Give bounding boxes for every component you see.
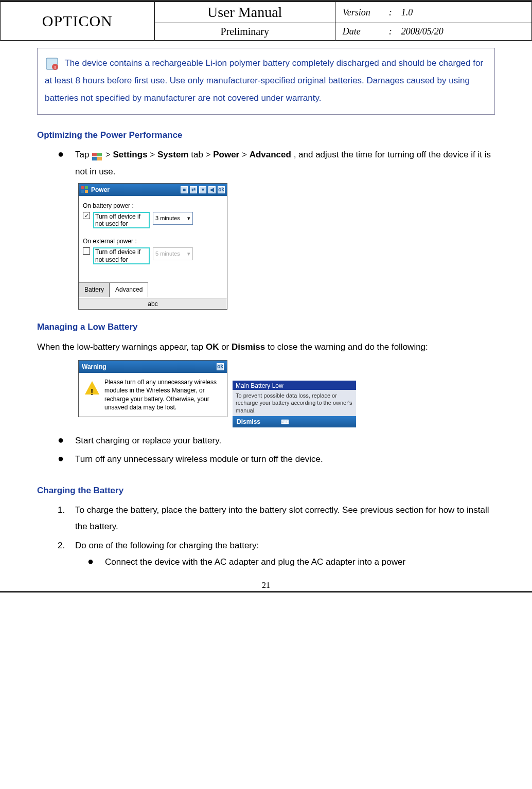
bullet-icon: ● <box>58 433 75 449</box>
svg-rect-5 <box>92 157 97 160</box>
keyboard-bar[interactable]: abc <box>79 298 227 309</box>
volume-icon[interactable]: ◀ <box>208 186 216 193</box>
version-cell: Version : 1.0 <box>335 2 531 23</box>
tab-battery[interactable]: Battery <box>79 282 110 297</box>
svg-rect-7 <box>81 186 84 189</box>
version-value: 1.0 <box>401 7 413 18</box>
chevron-down-icon: ▾ <box>187 213 190 224</box>
external-turnoff-label: Turn off device if not used for <box>93 247 150 264</box>
list-number: 1. <box>58 502 75 535</box>
external-timeout-select[interactable]: 5 minutes▾ <box>153 247 193 260</box>
section-charging: Charging the Battery <box>37 482 495 499</box>
dismiss-button[interactable]: Dismiss <box>237 416 260 428</box>
subtitle-cell: Preliminary <box>154 23 335 41</box>
path-settings: Settings <box>113 150 148 159</box>
tab-bar: Battery Advanced <box>79 282 227 297</box>
text-frag: > <box>242 150 250 159</box>
text-frag: > <box>150 150 157 159</box>
section-low-battery: Managing a Low Battery <box>37 319 495 335</box>
svg-rect-6 <box>97 157 102 160</box>
text-frag: tab > <box>191 150 213 159</box>
svg-rect-8 <box>85 186 88 189</box>
battery-turnoff-label: Turn off device if not used for <box>93 212 150 229</box>
dismiss-word: Dismiss <box>232 342 265 352</box>
path-system: System <box>157 150 188 159</box>
path-advanced: Advanced <box>250 150 291 159</box>
battery-timeout-select[interactable]: 3 minutes▾ <box>153 212 193 225</box>
path-power: Power <box>213 150 239 159</box>
warning-title: Warning <box>82 361 107 373</box>
low-bullet-1: Start charging or replace your battery. <box>75 433 495 449</box>
ok-word: OK <box>206 342 219 352</box>
bullet-icon: ● <box>58 451 75 468</box>
warning-body-text: Please turn off any unnecessary wireless… <box>104 378 221 411</box>
text-frag: Do one of the following for charging the… <box>75 541 259 550</box>
low-bullet-2: Turn off any unnecessary wireless module… <box>75 451 495 468</box>
bullet-icon: ● <box>58 147 75 180</box>
select-value: 3 minutes <box>155 213 180 224</box>
date-value: 2008/05/20 <box>401 26 444 37</box>
text-frag: or <box>221 342 232 352</box>
svg-rect-10 <box>85 190 88 193</box>
version-label: Version <box>343 7 384 18</box>
battery-low-toast: Main Battery Low To prevent possible dat… <box>233 381 356 427</box>
charge-sub-1: Connect the device with the AC adapter a… <box>105 554 405 570</box>
svg-rect-9 <box>81 190 84 193</box>
text-frag: Tap <box>75 150 92 159</box>
page-number: 21 <box>0 581 532 590</box>
svg-rect-3 <box>92 153 97 156</box>
warning-triangle-icon <box>85 381 99 394</box>
window-titlebar: Power ■ ⇄ ▾ ◀ ok <box>79 184 227 196</box>
info-warning-icon: ! <box>45 57 59 71</box>
ok-button[interactable]: ok <box>217 363 224 370</box>
opt-text: Tap > Settings > System tab > Power > Ad… <box>75 147 495 180</box>
tab-advanced[interactable]: Advanced <box>110 282 148 297</box>
power-settings-screenshot: Power ■ ⇄ ▾ ◀ ok On battery power : ✓ Tu… <box>78 183 227 310</box>
brand-cell: OPTICON <box>1 2 155 41</box>
toast-title: Main Battery Low <box>233 381 356 390</box>
low-intro: When the low-battery warnings appear, ta… <box>37 338 495 356</box>
bullet-icon: ● <box>87 554 105 570</box>
text-frag: When the low-battery warnings appear, ta… <box>37 342 206 352</box>
warning-dialog-screenshot: Warning ok Please turn off any unnecessa… <box>78 360 227 417</box>
window-title: Power <box>91 184 110 196</box>
external-power-label: On external power : <box>83 236 223 247</box>
title-cell: User Manual <box>154 2 335 23</box>
text-frag: > <box>105 150 113 159</box>
windows-start-icon[interactable] <box>81 186 89 194</box>
note-text: The device contains a rechargeable Li-io… <box>45 58 483 103</box>
svg-text:!: ! <box>55 65 56 70</box>
ok-button[interactable]: ok <box>218 186 225 193</box>
charge-step-1: To charge the battery, place the battery… <box>75 502 495 535</box>
status-icon[interactable]: ■ <box>181 186 188 193</box>
svg-rect-4 <box>97 153 102 156</box>
signal-icon[interactable]: ▾ <box>199 186 206 193</box>
keyboard-icon[interactable]: ⌨ <box>281 417 289 427</box>
doc-subtitle: Preliminary <box>160 26 330 38</box>
list-number: 2. <box>58 537 75 571</box>
section-optimizing: Optimizing the Power Performance <box>37 127 495 144</box>
date-label: Date <box>343 26 384 37</box>
windows-start-icon <box>92 151 103 160</box>
date-cell: Date : 2008/05/20 <box>335 23 531 41</box>
text-frag: to close the warning and do the followin… <box>268 342 428 352</box>
charge-step-2: Do one of the following for charging the… <box>75 537 495 571</box>
sync-icon[interactable]: ⇄ <box>190 186 197 193</box>
battery-turnoff-checkbox[interactable]: ✓ <box>83 212 90 219</box>
chevron-down-icon: ▾ <box>187 248 190 259</box>
toast-body: To prevent possible data loss, replace o… <box>233 390 356 416</box>
opt-bullet: ● Tap > Settings > System tab > Power > … <box>58 147 495 180</box>
doc-header: OPTICON User Manual Version : 1.0 Prelim… <box>0 2 532 41</box>
select-value: 5 minutes <box>155 248 180 259</box>
warranty-note: ! The device contains a rechargeable Li-… <box>37 48 495 115</box>
battery-power-label: On battery power : <box>83 200 223 212</box>
doc-title: User Manual <box>160 4 330 21</box>
external-turnoff-checkbox[interactable] <box>83 247 90 255</box>
